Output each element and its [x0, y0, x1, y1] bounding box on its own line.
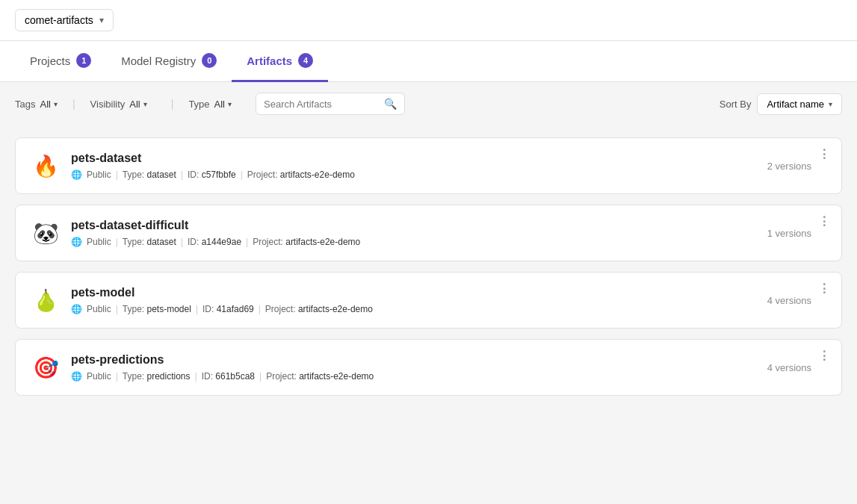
globe-icon: 🌐	[71, 169, 82, 180]
artifact-emoji: 🎯	[31, 355, 61, 380]
globe-icon: 🌐	[71, 371, 82, 382]
artifact-project-label: Project: artifacts-e2e-demo	[247, 169, 355, 180]
artifact-type-label: Type: pets-model	[123, 304, 191, 314]
sort-value-button[interactable]: Artifact name ▾	[757, 93, 842, 115]
visibility-filter-group: Visibility All ▾	[90, 99, 147, 110]
tab-projects[interactable]: Projects 1	[15, 41, 106, 82]
artifact-name: pets-dataset-difficult	[71, 219, 767, 232]
artifact-card[interactable]: 🎯 pets-predictions 🌐 Public | Type: pred…	[15, 339, 842, 396]
artifact-meta: 🌐 Public | Type: dataset | ID: c57fbbfe …	[71, 169, 767, 180]
artifact-emoji: 🔥	[31, 154, 61, 178]
tab-projects-badge: 1	[76, 53, 91, 68]
artifact-meta: 🌐 Public | Type: predictions | ID: 661b5…	[71, 371, 767, 382]
artifact-card[interactable]: 🍐 pets-model 🌐 Public | Type: pets-model…	[15, 272, 842, 329]
artifact-visibility: Public	[87, 237, 111, 247]
artifact-info: pets-model 🌐 Public | Type: pets-model |…	[71, 286, 767, 314]
search-icon: 🔍	[384, 98, 397, 110]
workspace-selector[interactable]: comet-artifacts ▾	[15, 9, 114, 31]
artifact-type-label: Type: predictions	[123, 371, 191, 382]
artifact-id-label: ID: c57fbbfe	[188, 169, 236, 180]
artifact-id-label: ID: a144e9ae	[188, 237, 241, 247]
top-bar: comet-artifacts ▾	[0, 0, 857, 41]
sort-chevron: ▾	[829, 100, 832, 108]
artifact-info: pets-dataset-difficult 🌐 Public | Type: …	[71, 219, 767, 247]
search-input[interactable]	[264, 99, 380, 110]
nav-tabs: Projects 1 Model Registry 0 Artifacts 4	[0, 41, 857, 82]
tags-filter-value[interactable]: All ▾	[40, 99, 57, 110]
artifact-name: pets-model	[71, 286, 767, 299]
artifacts-list: 🔥 pets-dataset 🌐 Public | Type: dataset …	[0, 125, 857, 418]
artifact-type-label: Type: dataset	[123, 237, 176, 247]
tab-artifacts-label: Artifacts	[247, 55, 292, 67]
artifact-versions: 4 versions	[767, 362, 811, 373]
artifact-emoji: 🍐	[31, 288, 61, 313]
sort-label: Sort By	[720, 99, 752, 110]
sep1: |	[72, 98, 75, 110]
globe-icon: 🌐	[71, 304, 82, 314]
tags-chevron: ▾	[54, 100, 58, 108]
globe-icon: 🌐	[71, 237, 82, 247]
tab-projects-label: Projects	[30, 55, 70, 67]
tab-model-registry-badge: 0	[202, 53, 217, 68]
filter-bar: Tags All ▾ | Visibility All ▾ | Type All…	[0, 82, 857, 125]
artifact-visibility: Public	[87, 371, 111, 382]
artifact-meta: 🌐 Public | Type: dataset | ID: a144e9ae …	[71, 237, 767, 247]
sort-value-text: Artifact name	[767, 99, 824, 110]
artifact-more-menu[interactable]: ⋮	[818, 147, 831, 161]
type-filter-label: Type	[188, 99, 209, 110]
visibility-filter-label: Visibility	[90, 99, 126, 110]
artifact-id-label: ID: 661b5ca8	[202, 371, 255, 382]
artifact-card[interactable]: 🐼 pets-dataset-difficult 🌐 Public | Type…	[15, 205, 842, 261]
workspace-name: comet-artifacts	[25, 14, 93, 26]
artifact-more-menu[interactable]: ⋮	[818, 349, 831, 363]
artifact-emoji: 🐼	[31, 221, 61, 246]
artifact-name: pets-predictions	[71, 353, 767, 367]
artifact-meta: 🌐 Public | Type: pets-model | ID: 41afad…	[71, 304, 767, 314]
artifact-card[interactable]: 🔥 pets-dataset 🌐 Public | Type: dataset …	[15, 137, 842, 194]
artifact-versions: 1 versions	[767, 228, 811, 239]
tab-artifacts[interactable]: Artifacts 4	[232, 41, 328, 82]
artifact-visibility: Public	[87, 169, 111, 180]
visibility-chevron: ▾	[143, 100, 147, 108]
tags-filter-group: Tags All ▾	[15, 99, 58, 110]
artifact-project-label: Project: artifacts-e2e-demo	[265, 304, 373, 314]
artifact-more-menu[interactable]: ⋮	[818, 281, 831, 296]
artifact-project-label: Project: artifacts-e2e-demo	[266, 371, 374, 382]
artifact-versions: 2 versions	[767, 161, 811, 172]
artifact-info: pets-dataset 🌐 Public | Type: dataset | …	[71, 152, 767, 180]
type-filter-value[interactable]: All ▾	[214, 99, 232, 110]
tab-model-registry[interactable]: Model Registry 0	[106, 41, 232, 82]
artifact-info: pets-predictions 🌐 Public | Type: predic…	[71, 353, 767, 382]
type-filter-group: Type All ▾	[188, 99, 232, 110]
visibility-filter-value[interactable]: All ▾	[129, 99, 146, 110]
artifact-versions: 4 versions	[767, 295, 811, 306]
artifact-visibility: Public	[87, 304, 111, 314]
search-box: 🔍	[256, 93, 405, 115]
artifact-type-label: Type: dataset	[123, 169, 176, 180]
artifact-project-label: Project: artifacts-e2e-demo	[253, 237, 360, 247]
type-chevron: ▾	[228, 100, 232, 108]
artifact-more-menu[interactable]: ⋮	[818, 214, 831, 228]
tab-artifacts-badge: 4	[298, 53, 313, 68]
artifact-id-label: ID: 41afad69	[202, 304, 254, 314]
sep2: |	[171, 98, 174, 110]
workspace-chevron: ▾	[99, 15, 104, 25]
tags-filter-label: Tags	[15, 99, 35, 110]
artifact-name: pets-dataset	[71, 152, 767, 165]
sort-by-group: Sort By Artifact name ▾	[720, 93, 842, 115]
tab-model-registry-label: Model Registry	[121, 55, 196, 67]
